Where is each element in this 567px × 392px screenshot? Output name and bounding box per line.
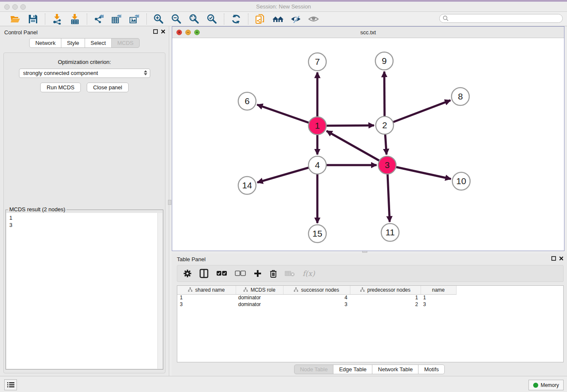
table-cell[interactable]: 3	[283, 301, 350, 308]
tab-edge-table[interactable]: Edge Table	[333, 364, 372, 374]
table-cell[interactable]: dominator	[236, 294, 283, 301]
column-label: predecessor nodes	[367, 287, 410, 293]
home-button[interactable]	[272, 13, 284, 25]
table-row[interactable]: 3dominator323	[177, 301, 456, 308]
zoom-out-button[interactable]	[171, 13, 182, 25]
mcds-result-title: MCDS result (2 nodes)	[8, 206, 66, 213]
memory-button[interactable]: Memory	[528, 380, 564, 390]
graph-node-2[interactable]: 2	[376, 116, 394, 134]
export-table-button[interactable]	[111, 13, 123, 25]
table-cell[interactable]: 1	[177, 294, 236, 301]
duplicate-network-icon	[255, 14, 266, 25]
mcds-result-list[interactable]: 13	[6, 213, 157, 369]
open-session-button[interactable]	[9, 13, 21, 25]
table-cell[interactable]: 3	[421, 301, 456, 308]
splitter-handle-vertical[interactable]	[168, 200, 171, 205]
table-tabs: Node Table Edge Table Network Table Moti…	[172, 364, 567, 374]
network-minimize-button[interactable]: −	[185, 30, 191, 35]
column-tree-icon	[243, 287, 248, 292]
mcds-tab-content: Optimization criterion: strongly connect…	[3, 52, 165, 373]
tab-network-table[interactable]: Network Table	[372, 364, 418, 374]
graph-node-15[interactable]: 15	[308, 225, 326, 243]
node-table-header[interactable]: shared name MCDS role successor nodes pr…	[177, 286, 456, 294]
show-panels-button[interactable]	[4, 379, 17, 390]
float-table-panel-icon[interactable]	[551, 256, 556, 261]
import-table-icon	[69, 14, 80, 25]
close-panel-button[interactable]: Close panel	[87, 83, 129, 92]
network-window-title: scc.txt	[172, 27, 564, 38]
node-label: 9	[382, 56, 387, 66]
graph-node-3[interactable]: 3	[378, 156, 396, 174]
graph-edges[interactable]	[257, 72, 451, 223]
close-table-panel-icon[interactable]	[559, 256, 564, 261]
unselect-all-icon[interactable]	[235, 271, 246, 276]
graph-node-1[interactable]: 1	[308, 117, 326, 135]
graph-node-14[interactable]: 14	[238, 177, 256, 194]
tab-motifs[interactable]: Motifs	[418, 364, 445, 374]
export-network-button[interactable]	[93, 13, 105, 25]
tab-node-table[interactable]: Node Table	[294, 364, 334, 374]
node-label: 8	[458, 91, 463, 101]
graph-edge-3-1[interactable]	[327, 131, 387, 165]
result-item[interactable]: 1	[9, 214, 157, 221]
node-table-body[interactable]: 1dominator4113dominator323	[177, 294, 456, 308]
table-cell[interactable]: 1	[421, 294, 456, 301]
import-table-button[interactable]	[69, 13, 81, 25]
node-table[interactable]: shared name MCDS role successor nodes pr…	[177, 285, 564, 362]
zoom-selected-button[interactable]	[206, 13, 218, 25]
result-item[interactable]: 3	[9, 221, 157, 229]
delete-icon[interactable]	[270, 269, 277, 278]
zoom-window-button[interactable]	[20, 4, 26, 10]
network-close-button[interactable]: ×	[176, 30, 182, 35]
close-window-button[interactable]	[4, 4, 10, 10]
node-label: 4	[315, 160, 320, 170]
table-cell[interactable]: 3	[177, 301, 236, 308]
function-builder-icon: f(x)	[303, 269, 315, 278]
tab-mcds[interactable]: MCDS	[111, 38, 139, 48]
graph-edge-2-8[interactable]	[385, 100, 451, 125]
export-image-button[interactable]	[129, 13, 140, 25]
run-mcds-button[interactable]: Run MCDS	[40, 83, 81, 92]
graph-node-9[interactable]: 9	[375, 52, 393, 70]
table-cell[interactable]: dominator	[236, 301, 283, 308]
add-column-icon[interactable]	[253, 269, 262, 278]
graph-node-10[interactable]: 10	[452, 172, 470, 190]
duplicate-network-button[interactable]	[254, 13, 266, 25]
search-input[interactable]	[449, 15, 562, 22]
table-cell[interactable]: 2	[350, 301, 421, 308]
tab-network[interactable]: Network	[29, 38, 61, 48]
tab-select[interactable]: Select	[85, 38, 112, 48]
table-cell[interactable]: 1	[350, 294, 421, 301]
refresh-button[interactable]	[230, 13, 242, 25]
graph-node-11[interactable]: 11	[381, 224, 399, 241]
result-scrollbar[interactable]	[157, 213, 162, 369]
zoom-in-button[interactable]	[153, 13, 165, 25]
tab-style[interactable]: Style	[61, 38, 85, 48]
network-maximize-button[interactable]: +	[194, 30, 200, 35]
network-canvas[interactable]: 7968124314101511	[172, 38, 564, 251]
save-session-button[interactable]	[27, 13, 39, 25]
show-columns-icon[interactable]	[199, 269, 209, 278]
gear-icon[interactable]	[183, 269, 192, 278]
graph-edge-3-10[interactable]	[387, 165, 451, 179]
zoom-fit-button[interactable]	[188, 13, 200, 25]
select-all-icon[interactable]	[216, 271, 227, 276]
criterion-select[interactable]: strongly connected component	[19, 69, 150, 78]
node-label: 15	[312, 229, 322, 238]
graph-node-6[interactable]: 6	[238, 92, 256, 110]
table-row[interactable]: 1dominator411	[177, 294, 456, 301]
node-label: 2	[382, 120, 387, 130]
import-network-button[interactable]	[51, 13, 63, 25]
hide-selected-button[interactable]	[290, 13, 302, 25]
minimize-window-button[interactable]	[12, 4, 18, 10]
graph-edge-1-6[interactable]	[257, 105, 317, 126]
graph-node-7[interactable]: 7	[308, 53, 326, 71]
graph-node-8[interactable]: 8	[451, 88, 469, 105]
float-panel-icon[interactable]	[153, 29, 158, 34]
graph-node-4[interactable]: 4	[308, 156, 326, 174]
export-network-icon	[94, 14, 105, 25]
show-all-button[interactable]	[308, 13, 319, 25]
close-panel-icon[interactable]	[161, 29, 165, 34]
column-tree-icon	[360, 287, 365, 292]
table-cell[interactable]: 4	[283, 294, 350, 301]
